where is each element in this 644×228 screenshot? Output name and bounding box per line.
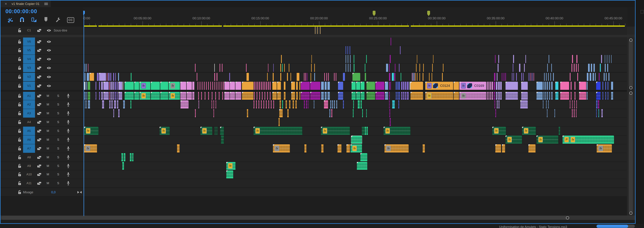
clip[interactable] [301,82,310,90]
clip[interactable] [267,73,268,81]
clip[interactable] [214,73,215,81]
timeline-content[interactable]: 00:00:0000:05:00:0000:10:00:0000:15:00:0… [83,1,628,224]
clip[interactable] [576,55,578,63]
clip[interactable] [262,92,263,100]
clip[interactable] [289,100,290,108]
clip[interactable] [571,82,572,90]
clip[interactable] [216,100,216,108]
clip[interactable] [519,64,520,72]
clip[interactable] [574,109,575,117]
clip[interactable] [296,100,297,108]
clip[interactable] [590,73,592,81]
clip[interactable] [214,82,215,90]
clip[interactable] [222,92,223,100]
clip[interactable] [266,100,267,108]
toggle-track-output-icon[interactable] [47,29,51,32]
track-lane-A2[interactable] [83,100,628,109]
clip[interactable] [109,82,110,90]
clip[interactable] [314,100,314,108]
clip[interactable] [366,109,367,117]
clip[interactable]: fx [321,127,350,135]
clip[interactable] [570,100,570,108]
clip[interactable] [555,92,558,100]
clip[interactable] [596,82,601,90]
sequence-marker[interactable] [427,11,430,16]
clip[interactable] [198,82,198,90]
clip[interactable] [86,64,87,72]
clip[interactable] [578,64,579,72]
nest-sequence-icon[interactable] [7,17,14,24]
track-lane-A7[interactable]: fxfxfxfxfx [83,144,628,153]
clip[interactable] [549,82,550,90]
clip[interactable] [118,109,120,117]
clip[interactable] [396,92,397,100]
clip[interactable] [385,92,388,100]
clip[interactable] [429,73,430,81]
mute-button[interactable]: M [47,112,49,115]
track-lane-V5[interactable] [83,46,628,55]
clip[interactable] [258,82,258,90]
clip[interactable] [84,92,85,100]
track-lane-V2[interactable] [83,73,628,81]
clip[interactable] [296,82,298,90]
voiceover-mic-icon[interactable] [67,111,70,116]
clip[interactable] [284,64,285,72]
solo-button[interactable]: S [57,129,59,133]
track-lane-V6[interactable] [83,38,628,46]
clip[interactable] [99,92,100,100]
clip[interactable] [506,82,518,90]
clip[interactable] [87,73,89,81]
track-target-A7[interactable]: A7 [23,144,35,153]
clip[interactable] [487,92,488,100]
clip[interactable] [395,64,396,72]
clip[interactable] [574,64,575,72]
clip[interactable] [117,82,118,90]
clip[interactable] [513,55,514,63]
clip[interactable] [611,92,613,100]
clip[interactable] [492,82,493,90]
sequence-tab[interactable]: × v1 finale Copier 01 [0,1,51,7]
source-patch-icon[interactable] [37,173,42,176]
solo-button[interactable]: S [57,164,59,168]
track-target-A2[interactable]: A2 [23,100,35,109]
clip[interactable] [88,64,88,72]
clip[interactable] [357,162,368,170]
clip[interactable] [521,82,528,90]
clip[interactable] [532,73,532,81]
clip[interactable] [348,55,348,63]
clip[interactable] [204,82,205,90]
clip[interactable] [502,73,502,81]
clip[interactable] [405,82,406,90]
track-target-A8[interactable]: A8 [23,153,35,162]
track-target-A10[interactable]: A10 [23,170,35,179]
clip[interactable] [324,73,325,81]
clip[interactable] [605,64,606,72]
clip[interactable] [587,92,588,100]
track-target-V3[interactable]: V3 [23,64,35,72]
clip[interactable]: fx [200,127,212,135]
solo-button[interactable]: S [57,173,59,176]
clip[interactable] [547,82,548,90]
clip[interactable] [108,73,110,81]
clip[interactable] [264,100,264,108]
clip[interactable] [588,64,590,72]
sequence-marker[interactable] [373,11,376,16]
clip[interactable] [198,100,199,108]
clip[interactable] [304,144,306,152]
clip[interactable] [498,64,499,72]
clip[interactable] [88,92,90,100]
clip[interactable] [551,82,553,90]
clip[interactable] [512,73,512,81]
clip[interactable] [546,100,547,108]
clip[interactable] [132,153,134,161]
clip[interactable] [532,73,533,81]
clip[interactable] [412,73,412,81]
timecode-display[interactable]: 00:00:00:00 [6,8,37,15]
clip[interactable] [607,64,608,72]
clip[interactable] [360,153,368,161]
clip[interactable] [554,109,555,117]
track-lane-V4[interactable] [83,55,628,64]
clip[interactable] [401,92,402,100]
clip[interactable] [326,73,327,81]
track-lane-A1[interactable]: fxfxfxfx [83,92,628,100]
